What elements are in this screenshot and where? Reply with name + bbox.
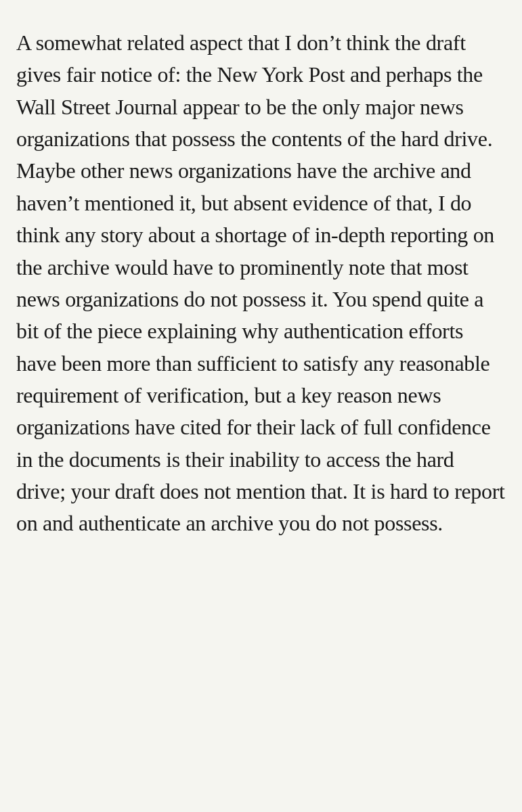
article-content: A somewhat related aspect that I don’t t… [16,27,506,540]
article-paragraph: A somewhat related aspect that I don’t t… [16,27,506,540]
